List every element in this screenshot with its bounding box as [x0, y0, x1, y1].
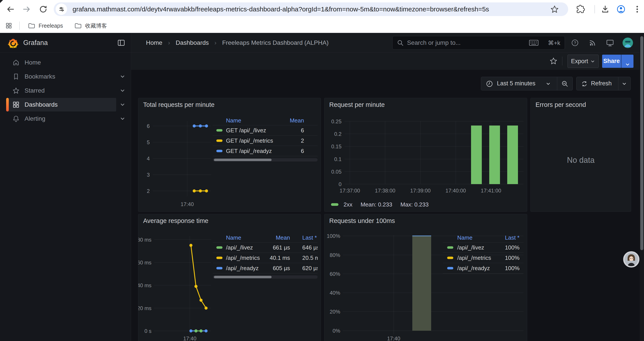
share-dropdown-button[interactable]: [621, 55, 634, 68]
window-corner: [0, 0, 3, 3]
legend-row[interactable]: /api/_/readyz100%: [443, 263, 524, 273]
legend-column-header[interactable]: Mean: [213, 117, 304, 124]
legend-horizontal-scrollbar[interactable]: [213, 158, 318, 162]
refresh-button[interactable]: Refresh: [576, 77, 631, 90]
scrollbar-thumb[interactable]: [214, 159, 272, 161]
legend-row[interactable]: /api/_/livez661 µs646 µs: [213, 242, 318, 253]
breadcrumb-current-page: Freeleaps Metrics Dashboard (ALPHA): [222, 39, 328, 46]
legend-row[interactable]: GET /api/_/metrics2: [213, 136, 318, 146]
monitor-icon[interactable]: [606, 39, 614, 47]
sidebar-item-label: Alerting: [24, 112, 45, 126]
svg-text:17:40: 17:40: [183, 335, 196, 341]
series-value: 661 µs: [213, 244, 290, 251]
bookmark-item-freeleaps[interactable]: Freeleaps: [38, 19, 63, 33]
page-scrollbar[interactable]: [640, 33, 644, 341]
svg-text:2: 2: [147, 188, 150, 194]
sidebar-item-alerting[interactable]: Alerting: [0, 112, 131, 126]
chevron-down-icon: [625, 59, 630, 64]
browser-forward-button[interactable]: [22, 5, 31, 14]
chevron-down-icon: [590, 56, 595, 60]
sidebar-item-bookmarks[interactable]: Bookmarks: [0, 70, 131, 83]
zoom-out-icon[interactable]: [561, 80, 568, 87]
legend-inline[interactable]: 2xx Mean: 0.233 Max: 0.233: [331, 201, 435, 208]
series-color-pill: [331, 203, 338, 206]
chevron-down-icon[interactable]: [120, 102, 126, 108]
svg-text:0.1: 0.1: [334, 156, 342, 162]
top-nav: Home › Dashboards › Freeleaps Metrics Da…: [131, 33, 644, 53]
actions-divider: [562, 57, 562, 65]
svg-text:0: 0: [339, 181, 342, 187]
share-button[interactable]: Share: [602, 55, 621, 68]
sidebar-item-starred[interactable]: Starred: [0, 84, 131, 97]
browser-menu-icon[interactable]: [632, 5, 642, 14]
folder-icon[interactable]: [74, 22, 82, 30]
scrollbar-thumb[interactable]: [214, 276, 272, 278]
chevron-down-icon[interactable]: [622, 81, 627, 87]
legend-row[interactable]: /api/_/livez100%: [443, 242, 524, 253]
scrollbar-thumb[interactable]: [640, 36, 643, 250]
brand-name[interactable]: Grafana: [23, 33, 48, 53]
time-range-picker[interactable]: Last 5 minutes: [481, 77, 573, 90]
series-name[interactable]: 2xx: [344, 201, 352, 208]
favorite-star-icon[interactable]: [549, 57, 558, 65]
refresh-label: Refresh: [591, 77, 612, 90]
extensions-icon[interactable]: [576, 5, 585, 14]
chevron-down-icon[interactable]: [120, 74, 126, 80]
profile-icon[interactable]: [616, 5, 626, 14]
sidebar-item-label: Bookmarks: [24, 70, 55, 83]
legend-horizontal-scrollbar[interactable]: [213, 275, 318, 279]
floating-assistant-avatar[interactable]: [623, 251, 640, 267]
bookmarks-divider: [19, 22, 20, 30]
sidebar-item-home[interactable]: Home: [0, 56, 131, 69]
folder-icon[interactable]: [28, 22, 36, 30]
search-box[interactable]: ⌘+k: [392, 36, 565, 50]
chevron-down-icon: [546, 81, 551, 87]
series-value: 646 µs: [302, 244, 318, 251]
legend-row[interactable]: GET /api/_/readyz6: [213, 146, 318, 156]
legend-row[interactable]: /api/_/metrics100%: [443, 253, 524, 263]
refresh-icon: [581, 80, 588, 87]
panel-title[interactable]: Errors per second: [536, 101, 586, 108]
svg-text:17:37:00: 17:37:00: [340, 188, 360, 194]
chevron-down-icon[interactable]: [120, 116, 126, 122]
series-value: 2: [213, 137, 304, 144]
legend-row[interactable]: GET /api/_/livez6: [213, 125, 318, 136]
address-bar[interactable]: grafana.mathmast.com/d/deytv4rwavabkb/fr…: [54, 3, 568, 16]
group-divider: [557, 77, 557, 90]
bookmark-item-blogs[interactable]: 收藏博客: [85, 19, 107, 33]
legend-column-header[interactable]: Mean: [213, 234, 290, 241]
grafana-logo-icon[interactable]: [8, 37, 19, 49]
dock-menu-icon[interactable]: [117, 39, 126, 47]
sidebar-item-dashboards[interactable]: Dashboards: [0, 98, 131, 112]
series-mean: Mean: 0.233: [360, 201, 392, 208]
downloads-icon[interactable]: [600, 5, 610, 14]
news-rss-icon[interactable]: [588, 39, 597, 47]
legend-table: NameMeanGET /api/_/livez6GET /api/_/metr…: [213, 116, 318, 162]
panel-request-per-minute: Request per minute 0.250.20.150.10.05017…: [324, 98, 527, 212]
grafana-app: Grafana Home Bookmarks Starred Dashboard…: [0, 33, 644, 341]
svg-text:40 ms: 40 ms: [138, 282, 152, 288]
export-button[interactable]: Export: [568, 55, 599, 68]
breadcrumb-separator: ›: [210, 39, 220, 46]
user-avatar[interactable]: [622, 38, 633, 48]
search-shortcut: ⌘+k: [548, 36, 560, 50]
svg-text:100%: 100%: [327, 233, 340, 239]
legend-column-header[interactable]: Last *: [302, 234, 318, 241]
breadcrumb-separator: ›: [164, 39, 174, 46]
search-input[interactable]: [407, 36, 521, 49]
site-settings-icon[interactable]: [56, 4, 67, 15]
help-icon[interactable]: ?: [571, 39, 579, 47]
svg-text:60 ms: 60 ms: [138, 260, 152, 265]
url-text[interactable]: grafana.mathmast.com/d/deytv4rwavabkb/fr…: [72, 3, 544, 16]
chevron-down-icon[interactable]: [120, 88, 126, 94]
browser-back-button[interactable]: [6, 5, 15, 14]
legend-row[interactable]: /api/_/readyz605 µs620 µs: [213, 263, 318, 273]
breadcrumb-dashboards[interactable]: Dashboards: [176, 39, 209, 46]
legend-row[interactable]: /api/_/metrics40.1 ms20.5 ms: [213, 253, 318, 263]
apps-grid-icon[interactable]: [5, 22, 13, 30]
breadcrumb-home[interactable]: Home: [146, 39, 162, 46]
legend-column-header[interactable]: Last *: [443, 234, 520, 241]
bookmark-star-icon[interactable]: [550, 5, 559, 14]
browser-reload-button[interactable]: [38, 5, 48, 14]
bookmark-icon: [12, 73, 20, 80]
